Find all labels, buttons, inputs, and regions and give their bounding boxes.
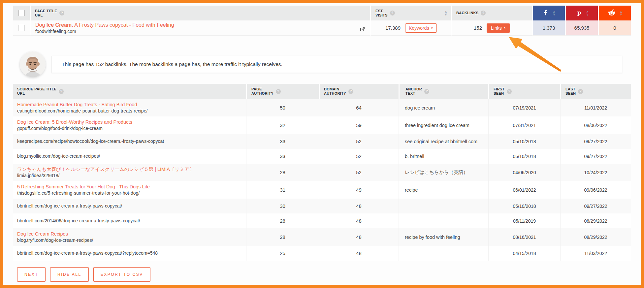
ubersuggest-backlinks-page: PAGE TITLE URL ? EST. VISITS ? ∧∨ xyxy=(0,0,644,288)
da-header-label-1: DOMAIN xyxy=(324,87,346,91)
pinterest-sort-icon[interactable]: ∧∨ xyxy=(586,11,589,16)
chevron-down-icon: ∨ xyxy=(431,26,433,30)
anchor-text-value: recipe xyxy=(405,187,418,193)
page-authority-value: 30 xyxy=(280,203,285,209)
last-seen-cell: 08/29/2022 xyxy=(560,213,631,228)
anchor-header-label-1: ANCHOR xyxy=(405,87,422,91)
domain-authority-cell: 48 xyxy=(319,228,399,246)
source-title-link[interactable]: Dog Ice Cream Recipes xyxy=(13,231,246,237)
domain-authority-cell: 52 xyxy=(319,149,399,164)
reddit-column-header[interactable]: ∧∨ xyxy=(598,6,631,20)
first-seen-cell: 05/11/2019 xyxy=(488,213,560,228)
help-icon[interactable]: ? xyxy=(507,89,512,94)
source-title-link[interactable]: ワンちゃんも大喜び！ヘルシーなアイスクリームのレシピ５選 | LIMIA〔リミア… xyxy=(13,166,246,173)
last-seen-value: 08/29/2022 xyxy=(584,218,607,224)
external-link-icon[interactable] xyxy=(360,27,365,33)
domain-authority-value: 49 xyxy=(356,187,362,193)
backlinks-table: SOURCE PAGE TITLE URL ? PAGE AUTHORITY ? xyxy=(13,84,631,261)
backlinks-value: 152 xyxy=(474,25,482,31)
source-url: bbritnell.com/2014/06/dog-ice-cream-a-fr… xyxy=(13,218,246,224)
next-button[interactable]: NEXT xyxy=(17,267,46,282)
page-title-link[interactable]: Dog Ice Cream. A Frosty Paws copycat - F… xyxy=(35,22,174,28)
first-seen-value: 07/19/2021 xyxy=(513,105,536,111)
row-checkbox[interactable] xyxy=(18,25,25,31)
reddit-sort-icon[interactable]: ∧∨ xyxy=(620,11,622,16)
last-seen-value: 10/24/2022 xyxy=(584,170,607,175)
domain-authority-cell: 48 xyxy=(319,246,399,261)
source-title-link[interactable]: Dog Ice Cream: 5 Drool-Worthy Recipes an… xyxy=(13,119,246,125)
banner-message: This page has 152 backlinks. The more ba… xyxy=(62,61,282,67)
last-seen-label-1: LAST xyxy=(565,87,576,91)
backlink-row: 5 Refreshing Summer Treats for Your Hot … xyxy=(13,181,631,199)
pinterest-shares-cell: 65,935 xyxy=(565,20,598,36)
last-seen-cell: 11/01/2022 xyxy=(560,99,631,116)
first-seen-value: 04/06/2020 xyxy=(513,170,536,175)
help-icon[interactable]: ? xyxy=(481,11,486,16)
help-icon[interactable]: ? xyxy=(59,11,64,16)
help-icon[interactable]: ? xyxy=(424,89,429,94)
anchor-text-value: dog ice cream xyxy=(405,105,435,111)
domain-authority-cell: 52 xyxy=(319,164,399,181)
help-icon[interactable]: ? xyxy=(348,89,353,94)
domain-authority-cell: 49 xyxy=(319,181,399,199)
keywords-button[interactable]: Keywords∨ xyxy=(405,23,437,33)
hide-all-button[interactable]: HIDE ALL xyxy=(50,267,89,282)
backlinks-table-body: Homemade Peanut Butter Dog Treats - Eati… xyxy=(13,99,631,261)
page-authority-value: 28 xyxy=(280,170,285,175)
est-visits-cell: 17,389 Keywords∨ xyxy=(370,20,451,36)
pinterest-shares-value: 65,935 xyxy=(574,25,590,31)
anchor-text-cell xyxy=(399,213,488,228)
anchor-text-cell: recipe by food with feeling xyxy=(399,228,488,246)
facebook-shares-cell: 1,373 xyxy=(532,20,565,36)
first-seen-cell: 05/10/2018 xyxy=(488,199,560,213)
page-title-cell: Dog Ice Cream. A Frosty Paws copycat - F… xyxy=(30,20,370,36)
source-url: blog.tryfi.com/dog-ice-cream-recipes/ xyxy=(13,237,246,243)
source-cell: ワンちゃんも大喜び！ヘルシーなアイスクリームのレシピ５選 | LIMIA〔リミア… xyxy=(13,164,246,181)
source-title-link[interactable]: 5 Refreshing Summer Treats for Your Hot … xyxy=(13,183,246,190)
facebook-column-header[interactable]: ∧∨ xyxy=(532,6,565,20)
links-button[interactable]: Links∧ xyxy=(487,23,510,33)
first-seen-value: 07/31/2021 xyxy=(513,123,536,128)
svg-text:p: p xyxy=(577,9,581,16)
anchor-text-cell: three ingredient dog ice cream xyxy=(399,116,488,134)
help-icon[interactable]: ? xyxy=(390,11,395,16)
anchor-text-cell xyxy=(399,246,488,261)
first-seen-label-2: SEEN xyxy=(494,91,504,96)
last-seen-value: 08/06/2022 xyxy=(584,123,607,128)
pinterest-column-header[interactable]: p ∧∨ xyxy=(565,6,598,20)
help-icon[interactable]: ? xyxy=(276,89,281,94)
source-cell: keeprecipes.com/recipe/howtocook/dog-ice… xyxy=(13,134,246,149)
source-header-label-1: SOURCE PAGE TITLE xyxy=(17,87,56,91)
page-authority-value: 28 xyxy=(280,234,285,240)
domain-authority-value: 48 xyxy=(356,234,362,240)
page-authority-value: 31 xyxy=(280,187,285,193)
source-url: bbritnell.com/dog-ice-cream-a-frosty-paw… xyxy=(13,250,246,256)
last-seen-cell: 09/27/2022 xyxy=(560,149,631,164)
page-authority-value: 25 xyxy=(280,250,285,256)
page-authority-value: 50 xyxy=(280,105,285,111)
domain-authority-cell: 48 xyxy=(319,213,399,228)
first-seen-cell: 04/06/2020 xyxy=(488,164,560,181)
source-cell: Dog Ice Cream Recipes blog.tryfi.com/dog… xyxy=(13,228,246,246)
page-authority-cell: 31 xyxy=(246,181,319,199)
pa-header-label-2: AUTHORITY xyxy=(251,91,274,96)
advisor-avatar xyxy=(20,51,46,77)
help-icon[interactable]: ? xyxy=(59,89,64,94)
select-all-cell xyxy=(13,6,30,20)
first-seen-cell: 05/10/2018 xyxy=(488,149,560,164)
select-all-checkbox[interactable] xyxy=(18,10,25,16)
first-seen-cell: 07/31/2021 xyxy=(488,116,560,134)
est-visits-sort-icon[interactable]: ∧∨ xyxy=(445,11,447,16)
source-title-link[interactable]: Homemade Peanut Butter Dog Treats - Eati… xyxy=(13,101,246,108)
last-seen-cell: 11/03/2022 xyxy=(560,246,631,261)
reddit-icon xyxy=(607,9,616,17)
page-summary-card: PAGE TITLE URL ? EST. VISITS ? ∧∨ xyxy=(13,6,631,36)
source-url: limia.jp/idea/329318/ xyxy=(13,173,246,179)
export-csv-button[interactable]: EXPORT TO CSV xyxy=(93,267,150,282)
help-icon[interactable]: ? xyxy=(578,89,583,94)
first-seen-cell: 05/10/2018 xyxy=(488,134,560,149)
first-seen-cell: 06/01/2022 xyxy=(488,181,560,199)
facebook-sort-icon[interactable]: ∧∨ xyxy=(553,11,555,16)
last-seen-cell: 09/27/2022 xyxy=(560,134,631,149)
first-seen-value: 04/15/2018 xyxy=(513,251,536,256)
